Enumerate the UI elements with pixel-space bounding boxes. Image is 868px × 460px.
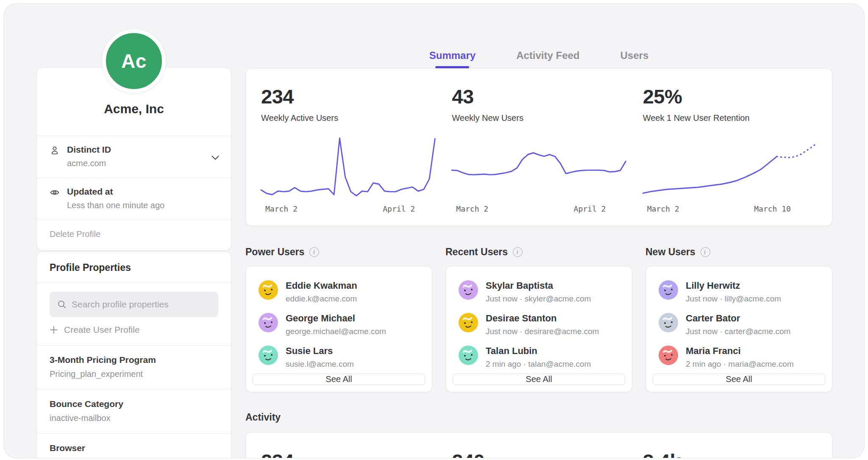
list-header: New Users i [645,245,832,258]
list-item[interactable]: Skylar Baptista Just now · skyler@acme.c… [446,276,632,308]
user-meta: Just now · lilly@acme.com [686,294,781,304]
company-initials: Ac [121,50,147,72]
power-users-card: Eddie Kwakman eddie.k@acme.com George Mi… [245,266,432,392]
see-all-button[interactable]: See All [253,374,425,385]
x-axis-labels: March 2 April 2 [261,202,435,215]
user-meta: eddie.k@acme.com [286,294,357,304]
tab-users[interactable]: Users [620,50,649,68]
recent-users-section: Recent Users i Skylar Baptista Just now … [445,245,632,392]
property-name: Browser [50,443,218,453]
company-profile-page: Ac Acme, Inc Distinct ID acme.com [3,3,865,458]
user-meta: Just now · skyler@acme.com [486,294,591,304]
list-item[interactable]: Susie Lars susie.l@acme.com [246,341,432,374]
distinct-id-label: Distinct ID [67,145,111,155]
see-all-button[interactable]: See All [453,374,625,385]
create-user-profile-button[interactable]: Create User Profile [50,325,140,335]
x-axis-tick: April 2 [383,204,415,213]
plus-icon [50,326,58,334]
chevron-down-icon[interactable] [211,156,219,160]
profile-properties-search[interactable] [50,292,218,317]
x-axis-tick: March 10 [754,204,791,213]
updated-at-value: Less than one minute ago [67,201,164,210]
new-users-section: New Users i Lilly Herwitz Just now · lil… [645,245,832,392]
updated-at-row: Updated at Less than one minute ago [37,178,231,220]
search-icon [57,300,67,309]
distinct-id-value: acme.com [67,159,111,168]
user-avatar [459,346,478,365]
user-avatar [659,313,678,332]
activity-stat-2: 240 [452,449,626,458]
recent-users-card: Skylar Baptista Just now · skyler@acme.c… [445,266,632,392]
user-avatar [259,280,278,300]
user-name: Maria Franci [686,346,794,357]
activity-section-title: Activity [245,412,832,424]
user-lists-row: Power Users i Eddie Kwakman eddie.k@acme… [245,245,832,392]
list-item[interactable]: Talan Lubin 2 min ago · talan@acme.com [446,341,632,374]
stat-weekly-active-users: 234 Weekly Active Users March 2 April 2 [261,85,435,217]
property-row-pricing-program[interactable]: 3-Month Pricing Program Pricing_plan_exp… [37,345,231,389]
list-header: Power Users i [245,245,432,258]
property-name: Bounce Category [50,399,218,409]
list-header: Recent Users i [445,245,632,258]
property-row-bounce-category[interactable]: Bounce Category inactive-mailbox [37,389,231,433]
user-name: Desirae Stanton [486,313,599,324]
stat-value: 234 [261,449,435,458]
see-all-button[interactable]: See All [653,374,825,385]
info-icon[interactable]: i [701,247,710,257]
stat-label: Week 1 New User Retention [643,113,817,123]
property-row-browser[interactable]: Browser Chrome [37,433,231,458]
stat-label: Weekly New Users [452,113,626,123]
delete-profile-button[interactable]: Delete Profile [37,220,231,250]
user-meta: Just now · desirare@acme.com [486,327,599,336]
new-users-card: Lilly Herwitz Just now · lilly@acme.com … [645,266,832,392]
line-chart-weekly-new-users [452,132,626,199]
activity-stats-card: 234 240 3.4k [245,432,832,458]
list-title: Power Users [245,246,304,258]
line-chart-week1-retention [643,132,817,199]
stat-value: 25% [643,85,817,108]
property-name: 3-Month Pricing Program [50,355,218,365]
tab-summary[interactable]: Summary [429,50,476,68]
user-avatar [259,346,278,365]
property-value: Pricing_plan_experiment [50,369,218,379]
user-name: Susie Lars [286,346,354,357]
stat-value: 43 [452,85,626,108]
list-item[interactable]: Desirae Stanton Just now · desirare@acme… [446,308,632,341]
tab-bar: Summary Activity Feed Users [245,4,832,68]
user-avatar [459,313,478,332]
updated-at-label: Updated at [67,187,164,197]
stat-value: 3.4k [643,449,817,458]
user-name: George Michael [286,313,386,324]
user-avatar [659,280,678,300]
distinct-id-row[interactable]: Distinct ID acme.com [37,136,231,178]
user-meta: Just now · carter@acme.com [686,327,790,336]
x-axis-labels: March 2 April 2 [452,202,626,215]
user-avatar [259,313,278,332]
x-axis-labels: March 2 March 10 [643,202,817,215]
list-title: New Users [645,246,696,258]
info-icon[interactable]: i [309,247,319,257]
info-icon[interactable]: i [513,247,523,257]
tab-activity-feed[interactable]: Activity Feed [516,50,579,68]
x-axis-tick: April 2 [574,204,606,213]
list-item[interactable]: George Michael george.michael@acme.com [246,308,432,341]
profile-properties-title: Profile Properties [37,252,231,282]
list-item[interactable]: Carter Bator Just now · carter@acme.com [646,308,832,341]
sidebar: Ac Acme, Inc Distinct ID acme.com [36,4,231,458]
company-avatar: Ac [102,29,166,93]
main-content: Summary Activity Feed Users 234 Weekly A… [245,4,832,458]
search-input[interactable] [72,299,211,309]
list-item[interactable]: Maria Franci 2 min ago · maria@acme.com [646,341,832,374]
user-name: Carter Bator [686,313,790,324]
stat-value: 240 [452,449,626,458]
property-value: Chrome [50,457,218,458]
list-item[interactable]: Lilly Herwitz Just now · lilly@acme.com [646,276,832,308]
stat-value: 234 [261,85,435,108]
user-name: Lilly Herwitz [686,280,781,291]
user-name: Skylar Baptista [486,280,591,291]
stat-week1-retention: 25% Week 1 New User Retention March 2 Ma… [643,85,817,217]
x-axis-tick: March 2 [647,204,679,213]
user-avatar [659,346,678,365]
activity-stat-3: 3.4k [643,449,817,458]
list-item[interactable]: Eddie Kwakman eddie.k@acme.com [246,276,432,308]
